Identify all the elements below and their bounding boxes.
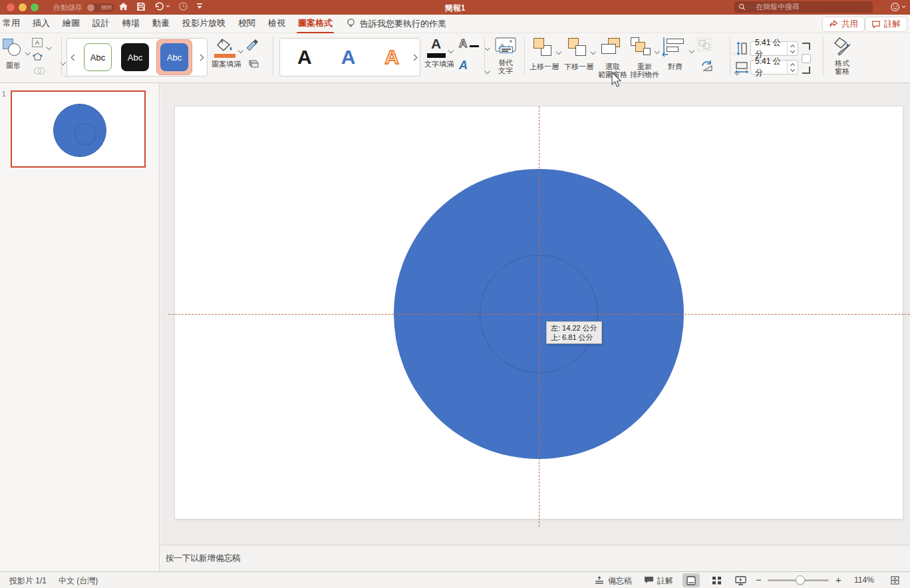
tab-insert[interactable]: 插入 (33, 17, 50, 31)
fit-to-window-icon (890, 575, 900, 585)
minimize-window-button[interactable] (19, 3, 27, 11)
width-stepper[interactable] (787, 61, 798, 74)
autosave-toggle[interactable]: 自動儲存 關閉 (53, 3, 114, 13)
edit-shape-button[interactable] (32, 52, 51, 65)
rotate-button[interactable] (700, 60, 722, 74)
shape-width-field[interactable]: 5.41 公分 (750, 60, 798, 74)
shape-outline-button[interactable] (245, 39, 267, 53)
tab-transitions[interactable]: 轉場 (122, 17, 140, 31)
tooltip-top-value: 上: 6.81 公分 (551, 333, 597, 342)
tab-shape-format[interactable]: 圖案格式 (298, 17, 333, 31)
ribbon-tabs: 常用 插入 繪圖 設計 轉場 動畫 投影片放映 校閱 檢視 圖案格式 告訴我您要… (0, 15, 910, 33)
wordart-gallery-next-icon[interactable] (411, 54, 417, 61)
slide-thumbnail-panel: 1 (0, 83, 160, 571)
send-backward-button[interactable]: 下移一層 (564, 37, 595, 49)
zoom-slider-knob[interactable] (796, 575, 805, 585)
autosave-label: 自動儲存 (53, 3, 82, 13)
wordart-option-2[interactable]: A (341, 47, 356, 67)
zoom-level[interactable]: 114% (854, 575, 874, 585)
save-icon[interactable] (136, 2, 146, 11)
close-window-button[interactable] (7, 3, 15, 11)
align-button[interactable]: 對齊 (663, 37, 696, 49)
insert-shape-button[interactable]: 圖形 (1, 37, 31, 49)
tab-view[interactable]: 檢視 (268, 17, 285, 31)
ribbon-shape-format: 圖形 A Abc Abc Abc 圖案填滿 (0, 33, 910, 83)
text-effects-button[interactable]: A (459, 59, 475, 73)
shapes-chevron-icon (25, 51, 30, 55)
fit-slide-to-window-button[interactable] (890, 575, 900, 587)
zoom-out-button[interactable]: − (756, 574, 762, 585)
share-button[interactable]: 共用 (822, 17, 865, 32)
powerpoint-window: 自動儲存 關閉 簡報1 在簡報中搜尋 常用 插入 繪圖 設計 (0, 0, 910, 588)
text-outline-icon: A (459, 37, 467, 50)
search-input[interactable]: 在簡報中搜尋 (734, 1, 873, 13)
language-indicator[interactable]: 中文 (台灣) (59, 575, 98, 587)
bring-forward-button[interactable]: 上移一層 (530, 37, 560, 49)
quick-access-toolbar (118, 1, 203, 11)
shape-style-selected-highlight: Abc (156, 39, 192, 75)
shape-fill-button[interactable]: 圖案填滿 (212, 37, 243, 49)
notes-toggle[interactable] (594, 576, 605, 585)
status-bar: 投影片 1/1 中文 (台灣) 備忘稿 註解 − + 114% (0, 571, 910, 588)
feedback-smiley-icon[interactable] (890, 2, 906, 12)
text-box-button[interactable]: A (32, 38, 37, 50)
notes-icon (594, 576, 605, 585)
zoom-window-button[interactable] (31, 3, 39, 11)
slide-thumbnail-1[interactable] (11, 90, 146, 168)
tab-design[interactable]: 設計 (92, 17, 110, 31)
shapes-icon (3, 39, 23, 57)
thumbnail-inner-circle-shape (75, 123, 96, 145)
comment-icon (871, 20, 881, 29)
tab-review[interactable]: 校閱 (238, 17, 255, 31)
notes-pane[interactable]: 按一下以新增備忘稿 (160, 545, 910, 571)
comments-toggle-label[interactable]: 註解 (657, 575, 673, 587)
tell-me-label: 告訴我您要執行的作業 (360, 18, 446, 30)
shape-style-option-2[interactable]: Abc (121, 43, 149, 71)
home-icon[interactable] (118, 1, 128, 11)
format-pane-icon (833, 37, 853, 57)
shape-width-icon (734, 61, 749, 74)
autosave-switch-icon[interactable]: 關閉 (86, 3, 114, 12)
outline-pen-icon (245, 39, 259, 51)
gallery-next-icon[interactable] (198, 54, 204, 61)
tab-home[interactable]: 常用 (3, 17, 20, 31)
edit-shape-icon (32, 52, 43, 62)
slide-editing-canvas[interactable]: 左: 14.22 公分 上: 6.81 公分 (160, 83, 910, 545)
shape-style-option-3[interactable]: Abc (160, 43, 188, 71)
slide-sorter-icon (712, 576, 722, 585)
text-fill-button[interactable]: A 文字填滿 (424, 37, 455, 49)
normal-view-button[interactable] (682, 573, 700, 587)
notes-placeholder: 按一下以新增備忘稿 (166, 553, 241, 564)
text-fill-swatch (427, 53, 446, 58)
shapes-label: 圖形 (1, 61, 25, 69)
height-stepper[interactable] (787, 42, 798, 55)
tab-draw[interactable]: 繪圖 (63, 17, 80, 31)
slide-sorter-view-button[interactable] (708, 573, 725, 587)
autosave-state: 關閉 (101, 4, 112, 11)
reorder-objects-button[interactable]: 重新 排列物件 (629, 37, 660, 49)
gallery-previous-icon[interactable] (70, 54, 76, 61)
shape-height-field[interactable]: 5.41 公分 (750, 41, 798, 56)
comments-button[interactable]: 註解 (865, 17, 907, 32)
shape-effects-button[interactable] (246, 59, 267, 71)
shape-style-option-1[interactable]: Abc (84, 43, 112, 71)
wordart-option-1[interactable]: A (297, 47, 312, 67)
tab-animations[interactable]: 動畫 (152, 17, 170, 31)
shape-effects-icon (246, 59, 259, 69)
slideshow-view-button[interactable] (732, 573, 749, 587)
normal-view-icon (686, 576, 696, 585)
text-outline-button[interactable]: A (459, 37, 475, 51)
lock-aspect-ratio-checkbox[interactable] (802, 54, 811, 63)
zoom-in-button[interactable]: + (835, 574, 841, 585)
alt-text-icon (495, 37, 516, 56)
merge-shapes-icon (33, 67, 46, 75)
undo-icon[interactable] (154, 2, 170, 11)
tab-slideshow[interactable]: 投影片放映 (182, 17, 226, 31)
customize-toolbar-icon[interactable] (196, 3, 203, 11)
tell-me-box[interactable]: 告訴我您要執行的作業 (347, 18, 446, 30)
shape-height-icon (736, 42, 748, 55)
comments-toggle[interactable] (644, 576, 654, 585)
mouse-cursor (611, 72, 622, 88)
notes-toggle-label[interactable]: 備忘稿 (608, 575, 632, 587)
wordart-option-3[interactable]: A (384, 47, 399, 67)
